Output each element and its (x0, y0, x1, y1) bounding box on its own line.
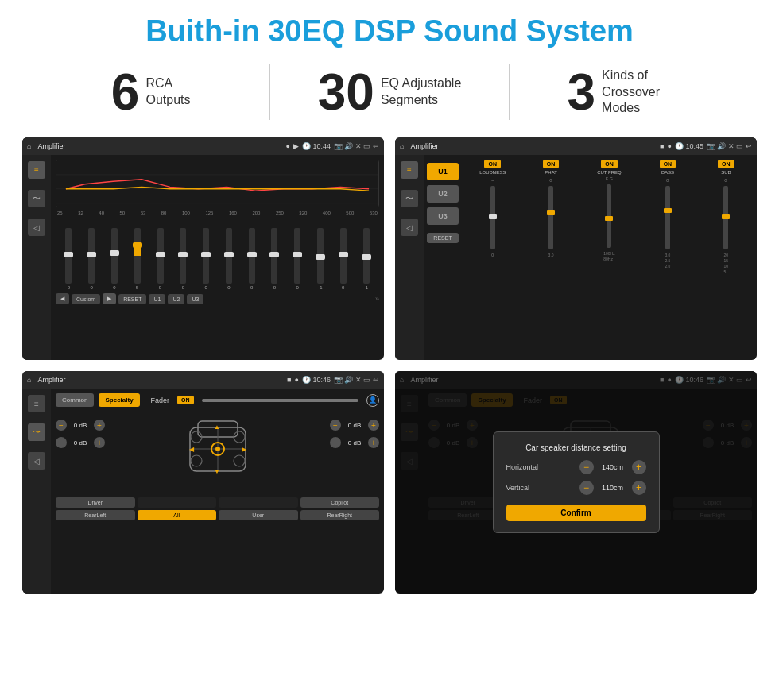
eq-u1-btn[interactable]: U1 (149, 294, 165, 304)
eq-graph (56, 160, 379, 207)
dialog-horizontal-controls: − 140cm + (579, 460, 646, 474)
common-tab[interactable]: Common (56, 393, 94, 407)
dialog-vertical-value: 110cm (597, 484, 629, 492)
fader-topbar-sq: ■ (287, 376, 291, 384)
amp-reset-btn[interactable]: RESET (427, 233, 459, 243)
eq-slider-6[interactable]: 0 (180, 228, 186, 290)
svg-text:◀: ◀ (189, 446, 195, 453)
svg-point-9 (234, 455, 245, 466)
eq-u2-btn[interactable]: U2 (168, 294, 184, 304)
confirm-button[interactable]: Confirm (506, 505, 646, 521)
amp-topbar-dot2: ● (668, 142, 672, 150)
speaker-val-lb: 0 dB (69, 439, 91, 447)
copilot-btn[interactable]: Copilot (300, 497, 380, 508)
dialog-vertical-minus[interactable]: − (579, 481, 594, 495)
cutfreq-slider[interactable] (607, 184, 611, 248)
amp-u1-btn[interactable]: U1 (427, 163, 459, 180)
eq-slider-9[interactable]: 0 (249, 228, 255, 290)
eq-slider-10[interactable]: 0 (271, 228, 277, 290)
eq-topbar-play: ▶ (293, 142, 299, 150)
stat-eq: 30 EQ Adjustable Segments (270, 67, 508, 118)
eq-icon-wave[interactable]: 〜 (28, 190, 45, 207)
rearleft-btn[interactable]: RearLeft (56, 510, 135, 520)
rearright-btn[interactable]: RearRight (300, 510, 380, 520)
dialog-box: Car speaker distance setting Horizontal … (493, 431, 660, 533)
amp-controls-grid: ON LOUDNESS ~ 0 ON PHAT G (465, 160, 754, 355)
eq-icon-eq[interactable]: ≡ (28, 161, 45, 179)
speaker-plus-rb[interactable]: + (368, 437, 379, 448)
amp-u2-btn[interactable]: U2 (427, 185, 459, 203)
eq-topbar-icons: 📷 🔊 ✕ ▭ ↩ (334, 142, 379, 150)
dialog-vertical-row: Vertical − 110cm + (506, 481, 646, 495)
speaker-minus-lb[interactable]: − (56, 437, 67, 448)
loudness-slider[interactable] (490, 186, 495, 249)
dialog-horizontal-minus[interactable]: − (579, 460, 594, 474)
avatar-icon[interactable]: 👤 (366, 394, 379, 407)
speaker-minus-rt[interactable]: − (330, 420, 341, 431)
speaker-left-bot: − 0 dB + (56, 437, 105, 448)
driver-btn[interactable]: Driver (56, 497, 135, 508)
empty1-btn[interactable] (138, 497, 217, 508)
user-btn[interactable]: User (219, 510, 298, 520)
eq-slider-3[interactable]: 0 (111, 228, 118, 290)
eq-slider-12[interactable]: -1 (317, 228, 324, 290)
empty2-btn[interactable] (219, 497, 298, 508)
speaker-minus-lt[interactable]: − (56, 420, 67, 431)
all-btn[interactable]: All (138, 510, 217, 520)
amp-topbar-icons: 📷 🔊 ✕ ▭ ↩ (707, 142, 752, 150)
eq-topbar-title: Amplifier (37, 142, 282, 150)
bass-slider[interactable] (665, 186, 670, 249)
dialog-horizontal-plus[interactable]: + (632, 460, 646, 474)
fader-on-btn[interactable]: ON (177, 396, 194, 404)
amp-topbar-sq: ■ (660, 142, 664, 150)
fader-icon-eq[interactable]: ≡ (28, 395, 45, 412)
speaker-plus-rt[interactable]: + (368, 420, 379, 431)
phat-slider[interactable] (548, 186, 553, 249)
speaker-plus-lb[interactable]: + (94, 437, 105, 448)
fader-topbar-time: 🕐 10:46 (302, 376, 331, 384)
eq-u3-btn[interactable]: U3 (187, 294, 203, 304)
eq-slider-11[interactable]: 0 (294, 228, 300, 290)
fader-icon-wave[interactable]: 〜 (28, 423, 45, 441)
speaker-plus-lt[interactable]: + (94, 420, 105, 431)
eq-slider-8[interactable]: 0 (226, 228, 232, 290)
amp-icon-speaker[interactable]: ◁ (401, 219, 418, 236)
svg-point-8 (191, 455, 202, 466)
speaker-val-rt: 0 dB (343, 422, 366, 429)
fader-icon-speaker[interactable]: ◁ (28, 452, 45, 470)
home-icon[interactable]: ⌂ (27, 142, 31, 150)
eq-content: ≡ 〜 ◁ (22, 155, 384, 360)
eq-slider-1[interactable]: 0 (65, 228, 72, 290)
stat-number-3: 3 (568, 67, 596, 118)
specialty-tab[interactable]: Specialty (99, 393, 139, 407)
eq-slider-14[interactable]: -1 (363, 228, 370, 290)
stat-text-rca: RCA Outputs (145, 75, 190, 109)
amp-sub-col: ON SUB G 20 15 10 5 (699, 160, 754, 355)
eq-slider-4[interactable]: 5 (134, 228, 141, 290)
fader-content: ≡ 〜 ◁ Common Specialty Fader ON 👤 (22, 389, 384, 594)
stats-row: 6 RCA Outputs 30 EQ Adjustable Segments … (0, 56, 779, 131)
eq-prev-btn[interactable]: ◀ (56, 293, 69, 304)
amp-icon-wave[interactable]: 〜 (401, 190, 418, 207)
svg-rect-0 (56, 160, 378, 207)
amp-loudness-col: ON LOUDNESS ~ 0 (465, 160, 520, 355)
eq-slider-2[interactable]: 0 (88, 228, 95, 290)
fader-home-icon[interactable]: ⌂ (27, 376, 31, 384)
sub-slider[interactable] (723, 186, 728, 249)
dialog-vertical-plus[interactable]: + (632, 481, 646, 495)
amp-u3-btn[interactable]: U3 (427, 207, 459, 225)
amp-icon-eq[interactable]: ≡ (401, 161, 418, 179)
eq-main: 2532405063 80100125160200 25032040050063… (51, 155, 384, 360)
speaker-minus-rb[interactable]: − (330, 437, 341, 448)
page-title: Buith-in 30EQ DSP Sound System (0, 0, 779, 56)
eq-slider-7[interactable]: 0 (203, 228, 209, 290)
eq-reset-btn[interactable]: RESET (118, 294, 146, 304)
eq-icon-speaker[interactable]: ◁ (28, 219, 45, 236)
eq-custom-btn[interactable]: Custom (72, 294, 100, 304)
amp-home-icon[interactable]: ⌂ (400, 142, 404, 150)
eq-slider-5[interactable]: 0 (157, 228, 164, 290)
eq-play-btn[interactable]: ▶ (103, 293, 116, 304)
eq-slider-13[interactable]: 0 (340, 228, 347, 290)
fader-topbar-icons: 📷 🔊 ✕ ▭ ↩ (334, 376, 379, 384)
fader-top: Common Specialty Fader ON 👤 (56, 393, 379, 407)
